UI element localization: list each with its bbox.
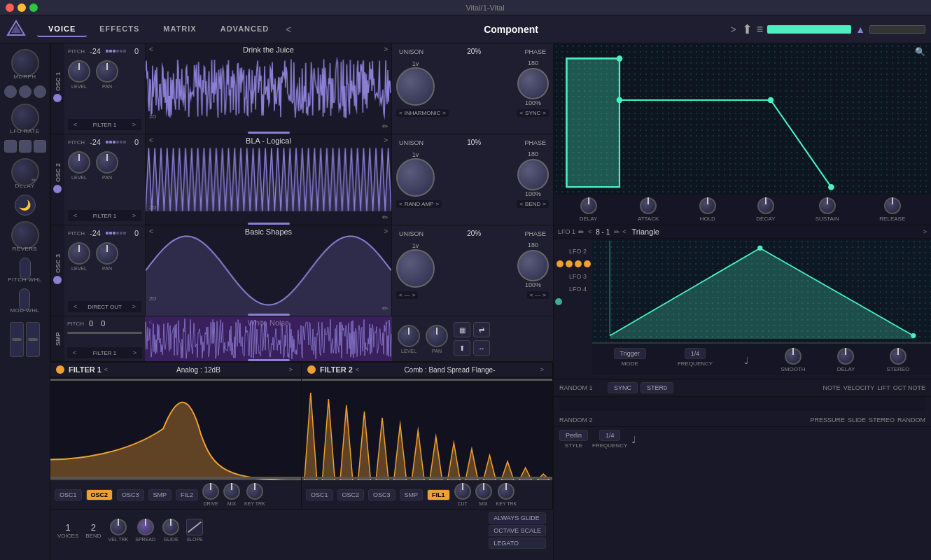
smp-pan-knob[interactable] (426, 325, 448, 347)
osc1-pan-knob[interactable] (96, 60, 118, 83)
osc1-sync-nav[interactable]: < SYNC > (517, 109, 549, 117)
smp-load-icon[interactable]: ⬆ (454, 340, 470, 356)
filter2-smp-btn[interactable]: SMP (400, 489, 424, 500)
osc3-phase-knob[interactable] (517, 250, 549, 281)
filter1-prev[interactable]: < (104, 366, 108, 373)
smp-level-knob[interactable] (398, 325, 420, 347)
random2-style-val[interactable]: Perlin (559, 430, 588, 441)
lfo-shape-next[interactable]: > (923, 228, 927, 235)
osc3-waveform-display[interactable]: < Basic Shapes > 2D ✏ (145, 225, 392, 316)
filter2-top-slider[interactable] (302, 379, 552, 381)
filter1-osc3-btn[interactable]: OSC3 (117, 489, 144, 500)
volume-bar[interactable] (767, 25, 851, 34)
maximize-button[interactable] (29, 4, 38, 12)
filter1-smp-btn[interactable]: SMP (148, 489, 172, 500)
osc2-pan-knob[interactable] (96, 151, 118, 174)
filter2-cut-knob[interactable] (454, 483, 471, 500)
osc3-mod-nav[interactable]: < --- > (396, 291, 418, 299)
filter2-next[interactable]: > (540, 366, 544, 373)
minimize-button[interactable] (18, 4, 26, 12)
osc2-pitch-val[interactable]: -24 (90, 138, 101, 146)
lfo-smooth-knob[interactable] (785, 348, 802, 365)
osc2-filter-prev[interactable]: < (71, 211, 79, 220)
env-display-area[interactable]: 🔍 (554, 43, 931, 195)
save-icon[interactable]: ⬆ (742, 22, 752, 37)
vel-trk-knob[interactable] (110, 519, 127, 536)
osc3-pitch-display[interactable]: 0 (134, 229, 139, 237)
filter1-keytrk-knob[interactable] (246, 483, 263, 500)
filter2-dot[interactable] (307, 365, 316, 374)
osc1-edit-icon[interactable]: ✏ (382, 122, 388, 130)
osc1-pan-main-knob[interactable] (396, 67, 435, 106)
slope-display[interactable] (186, 519, 203, 536)
smp-waveform-display[interactable]: < White Noise > (145, 316, 392, 361)
lfo-display-area[interactable] (592, 239, 931, 345)
filter2-prev[interactable]: < (356, 366, 359, 373)
filter2-osc1-btn[interactable]: OSC1 (306, 489, 333, 500)
smp-filter-prev[interactable]: < (71, 349, 78, 357)
lfo-freq-val[interactable]: 1/4 (685, 348, 706, 359)
spread-knob[interactable] (137, 519, 154, 536)
reverb-knob[interactable] (11, 221, 39, 249)
smp-position-bar[interactable] (248, 359, 290, 361)
osc2-pan-main-knob[interactable] (396, 158, 435, 197)
osc3-sync-nav[interactable]: < --- > (527, 291, 549, 299)
lfo-dot-orange-3[interactable] (575, 260, 582, 267)
moon-icon[interactable]: 🌙 (15, 195, 36, 216)
osc2-phase-knob[interactable] (517, 159, 549, 190)
osc2-mod-nav[interactable]: < RAND AMP > (396, 200, 442, 208)
osc3-pan-knob[interactable] (96, 242, 118, 265)
lfo-end-point[interactable] (911, 333, 916, 338)
lfo1-label[interactable]: LFO 1 (558, 228, 575, 235)
osc2-edit-icon[interactable]: ✏ (382, 214, 388, 221)
osc1-filter-prev[interactable]: < (71, 120, 79, 129)
env-delay-knob[interactable] (580, 197, 597, 214)
filter2-bottom-slider[interactable] (302, 477, 552, 479)
osc1-enable-dot[interactable] (54, 94, 62, 102)
slider-2[interactable] (26, 322, 40, 357)
filter2-keytrk-knob[interactable] (498, 483, 514, 500)
osc2-waveform-display[interactable]: < BLA - Logical > 2D ✏ (145, 134, 392, 225)
tab-matrix[interactable]: MATRIX (152, 22, 207, 37)
lfo4-label[interactable]: LFO 4 (554, 286, 592, 293)
lfo-dot-orange-2[interactable] (566, 260, 573, 267)
lfo-dot-orange-4[interactable] (584, 260, 591, 267)
legato-btn[interactable]: LEGATO (489, 538, 546, 549)
env-sustain-knob[interactable] (819, 197, 836, 214)
slider-1[interactable] (10, 322, 24, 357)
random1-sync-btn[interactable]: SYNC (608, 382, 638, 393)
sidebar-icon-3[interactable] (34, 85, 46, 98)
random2-freq-val[interactable]: 1/4 (599, 430, 621, 441)
lfo4-dot[interactable] (555, 298, 562, 305)
osc2-pitch-display[interactable]: 0 (134, 138, 139, 146)
filter1-top-slider[interactable] (50, 379, 301, 381)
lfo-pencil2-icon[interactable]: ✏ (614, 228, 620, 236)
osc1-pitch-val[interactable]: -24 (90, 47, 101, 55)
lfo-dot-orange-1[interactable] (556, 260, 564, 267)
osc1-pitch-display[interactable]: 0 (134, 47, 139, 55)
osc3-pan-main-knob[interactable] (396, 249, 435, 288)
osc1-mod-nav[interactable]: < INHARMONIC > (396, 109, 449, 117)
glide-knob[interactable] (162, 519, 179, 536)
lfo-delay-knob[interactable] (837, 348, 854, 365)
filter1-display[interactable] (50, 377, 301, 480)
bend-val[interactable]: 2 (91, 522, 96, 533)
smp-filter-next[interactable]: > (131, 349, 139, 357)
osc3-level-knob[interactable] (68, 242, 90, 265)
tab-voice[interactable]: VOICE (37, 22, 87, 37)
env-decay-knob[interactable] (757, 197, 774, 214)
filter2-osc2-btn[interactable]: OSC2 (337, 489, 365, 500)
filter1-dot[interactable] (56, 365, 64, 374)
smp-waveform-icon[interactable]: ▦ (454, 322, 470, 337)
always-glide-btn[interactable]: ALWAYS GLIDE (489, 512, 546, 524)
smp-shuffle-icon[interactable]: ⇄ (473, 322, 490, 337)
output-bar[interactable] (869, 25, 925, 34)
osc3-position-bar[interactable] (248, 314, 290, 316)
voices-val[interactable]: 1 (66, 522, 71, 533)
smp-pitch-display[interactable]: 0 (101, 319, 105, 328)
lfo-bottom-slider[interactable] (592, 342, 931, 344)
tab-effects[interactable]: EFFECTS (88, 22, 150, 37)
osc3-enable-dot[interactable] (54, 276, 62, 284)
lfo3-label[interactable]: LFO 3 (554, 273, 592, 280)
lfo-shape-prev[interactable]: < (622, 228, 626, 235)
